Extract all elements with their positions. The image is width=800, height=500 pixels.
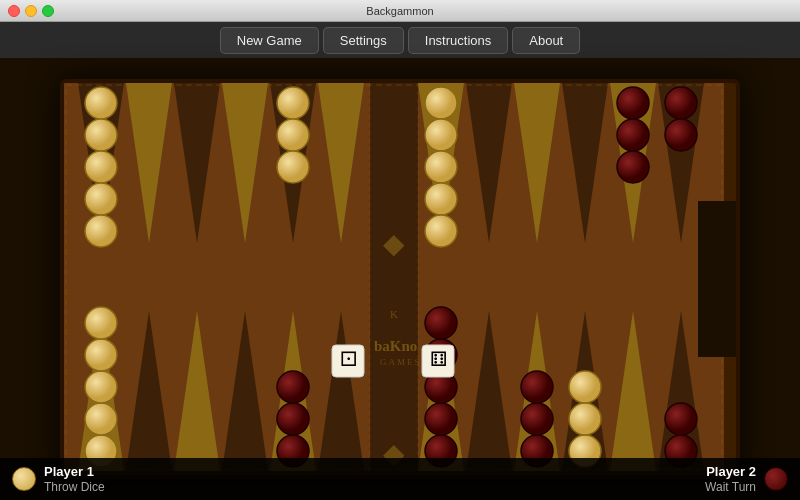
close-button[interactable] bbox=[8, 5, 20, 17]
svg-point-57 bbox=[85, 371, 117, 403]
player1-checker-icon bbox=[12, 467, 36, 491]
svg-point-38 bbox=[277, 119, 309, 151]
svg-point-32 bbox=[85, 87, 117, 119]
player2-checker-icon bbox=[764, 467, 788, 491]
svg-point-56 bbox=[85, 403, 117, 435]
svg-point-40 bbox=[425, 87, 457, 119]
player2-name: Player 2 bbox=[705, 464, 756, 480]
svg-point-58 bbox=[85, 339, 117, 371]
svg-text:GAMES: GAMES bbox=[380, 357, 422, 367]
menu-about[interactable]: About bbox=[512, 27, 580, 54]
menu-bar: New Game Settings Instructions About bbox=[0, 22, 800, 58]
svg-point-37 bbox=[277, 87, 309, 119]
game-area: ◆ K ◆ baKno GAMES ⚀ ⚅ bbox=[0, 58, 800, 500]
menu-settings[interactable]: Settings bbox=[323, 27, 404, 54]
board-canvas: ◆ K ◆ baKno GAMES ⚀ ⚅ bbox=[64, 83, 724, 471]
minimize-button[interactable] bbox=[25, 5, 37, 17]
svg-point-47 bbox=[617, 151, 649, 183]
svg-point-49 bbox=[665, 403, 697, 435]
svg-point-54 bbox=[425, 307, 457, 339]
svg-point-41 bbox=[425, 119, 457, 151]
svg-point-42 bbox=[425, 151, 457, 183]
svg-point-61 bbox=[277, 403, 309, 435]
svg-point-67 bbox=[569, 403, 601, 435]
svg-point-45 bbox=[617, 87, 649, 119]
svg-point-51 bbox=[425, 403, 457, 435]
maximize-button[interactable] bbox=[42, 5, 54, 17]
player1-name: Player 1 bbox=[44, 464, 105, 480]
player1-info: Player 1 Throw Dice bbox=[12, 464, 105, 494]
svg-point-35 bbox=[85, 183, 117, 215]
window-title: Backgammon bbox=[366, 5, 433, 17]
svg-point-43 bbox=[425, 183, 457, 215]
svg-point-44 bbox=[425, 215, 457, 247]
svg-point-39 bbox=[277, 151, 309, 183]
svg-text:⚀: ⚀ bbox=[340, 348, 357, 370]
board-outer: ◆ K ◆ baKno GAMES ⚀ ⚅ bbox=[60, 79, 740, 479]
svg-text:⚅: ⚅ bbox=[430, 348, 447, 370]
player2-action: Wait Turn bbox=[705, 480, 756, 494]
svg-point-36 bbox=[85, 215, 117, 247]
svg-point-68 bbox=[569, 371, 601, 403]
player2-text: Player 2 Wait Turn bbox=[705, 464, 756, 494]
player2-info: Player 2 Wait Turn bbox=[705, 464, 788, 494]
window-buttons bbox=[8, 5, 54, 17]
svg-point-33 bbox=[85, 119, 117, 151]
svg-point-31 bbox=[665, 119, 697, 151]
home-area-right bbox=[698, 201, 736, 358]
svg-point-65 bbox=[521, 371, 553, 403]
svg-text:K: K bbox=[390, 308, 398, 320]
menu-instructions[interactable]: Instructions bbox=[408, 27, 508, 54]
svg-point-59 bbox=[85, 307, 117, 339]
svg-point-46 bbox=[617, 119, 649, 151]
svg-point-30 bbox=[665, 87, 697, 119]
svg-text:baKno: baKno bbox=[374, 338, 417, 354]
menu-new-game[interactable]: New Game bbox=[220, 27, 319, 54]
title-bar: Backgammon bbox=[0, 0, 800, 22]
svg-point-34 bbox=[85, 151, 117, 183]
player1-action: Throw Dice bbox=[44, 480, 105, 494]
svg-point-64 bbox=[521, 403, 553, 435]
player-bar: Player 1 Throw Dice Player 2 Wait Turn bbox=[0, 458, 800, 500]
svg-text:◆: ◆ bbox=[383, 228, 405, 259]
player1-text: Player 1 Throw Dice bbox=[44, 464, 105, 494]
svg-point-62 bbox=[277, 371, 309, 403]
